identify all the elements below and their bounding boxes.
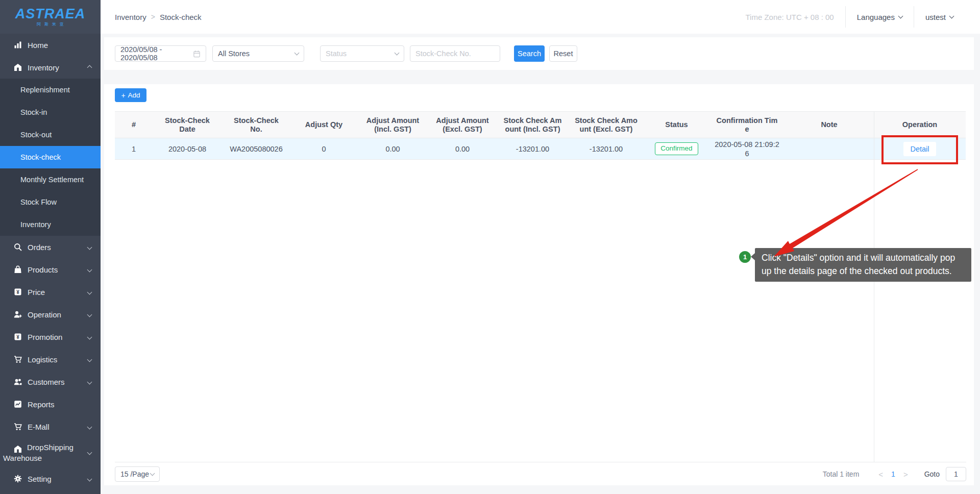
sidebar-item-dropshipping-warehouse[interactable]: DropShipping Warehouse: [0, 438, 101, 467]
sidebar-item-inventory[interactable]: Inventory: [0, 56, 101, 79]
sidebar-item-promotion[interactable]: ¥ Promotion: [0, 326, 101, 348]
sidebar-item-operation[interactable]: Operation: [0, 303, 101, 326]
breadcrumb-parent[interactable]: Inventory: [115, 13, 146, 21]
cell-note: [785, 138, 874, 160]
column-header-stock-amount-incl: Stock Check Amount (Incl. GST): [497, 112, 569, 138]
warehouse-icon: [13, 63, 22, 72]
top-bar: Inventory > Stock-check Time Zone: UTC +…: [101, 0, 980, 34]
sidebar-item-reports[interactable]: Reports: [0, 393, 101, 415]
cell-stock-amount-excl: -13201.00: [569, 138, 644, 160]
logo-text: ASTRAEA: [15, 7, 86, 21]
detail-link[interactable]: Detail: [903, 142, 936, 156]
chevron-up-icon: [87, 65, 92, 70]
person-add-icon: [13, 310, 22, 319]
sidebar-item-customers[interactable]: Customers: [0, 370, 101, 393]
column-header-status: Status: [644, 112, 709, 138]
people-icon: [13, 378, 22, 386]
chevron-down-icon: [295, 51, 300, 56]
warehouse-icon: [13, 444, 22, 453]
annotation-tooltip: Click "Details" option and it will autom…: [755, 248, 971, 282]
store-select[interactable]: All Stores: [212, 45, 304, 62]
chevron-down-icon: [87, 379, 92, 384]
sidebar-subitem-stock-out[interactable]: Stock-out: [0, 124, 101, 146]
column-header-no: Stock-Check No.: [222, 112, 290, 138]
search-button[interactable]: Search: [514, 45, 545, 62]
stock-check-no-input[interactable]: [415, 50, 495, 58]
column-header-note: Note: [785, 112, 874, 138]
reset-button[interactable]: Reset: [549, 45, 577, 62]
date-range-input[interactable]: 2020/05/08 - 2020/05/08: [115, 45, 206, 62]
total-items-label: Total 1 item: [823, 470, 860, 478]
sidebar-item-price[interactable]: ¥ Price: [0, 281, 101, 303]
status-badge: Confirmed: [655, 142, 698, 155]
goto-page-input[interactable]: [946, 467, 966, 481]
chevron-down-icon: [87, 312, 92, 317]
sidebar-subitem-replenishment[interactable]: Replenishment: [0, 79, 101, 101]
sidebar-subitem-stock-flow[interactable]: Stock Flow: [0, 191, 101, 213]
chevron-down-icon: [87, 267, 92, 272]
svg-text:¥: ¥: [16, 334, 19, 340]
cart-icon: [13, 423, 22, 431]
cart-icon: [13, 355, 22, 364]
sidebar-item-label: Inventory: [28, 63, 59, 72]
user-dropdown[interactable]: ustest: [914, 13, 965, 21]
calendar-icon: [193, 50, 201, 58]
cell-adjust-qty: 0: [290, 138, 357, 160]
column-header-adjust-qty: Adjust Qty: [290, 112, 357, 138]
sidebar: ASTRAEA 阿斯米亚 Home Inventory Replenishmen…: [0, 0, 101, 494]
sidebar-item-e-mall[interactable]: E-Mall: [0, 415, 101, 438]
sidebar-item-label: E-Mall: [28, 423, 50, 431]
sidebar-item-home[interactable]: Home: [0, 34, 101, 56]
plus-icon: +: [121, 92, 125, 99]
cell-operation: Detail: [874, 138, 966, 160]
chevron-down-icon: [87, 289, 92, 294]
sidebar-item-products[interactable]: Products: [0, 258, 101, 281]
sidebar-subitem-stock-check[interactable]: Stock-check: [0, 146, 101, 168]
promo-tag-icon: ¥: [13, 333, 22, 341]
breadcrumb-separator: >: [151, 13, 155, 21]
chevron-right-icon[interactable]: >: [898, 470, 913, 479]
sidebar-item-setting[interactable]: Setting: [0, 467, 101, 490]
table-row: 1 2020-05-08 WA2005080026 0 0.00 0.00 -1…: [115, 138, 966, 160]
sidebar-item-label: Operation: [28, 310, 61, 319]
svg-text:¥: ¥: [16, 289, 19, 295]
cell-confirmation-time: 2020-05-08 21:09:26: [709, 138, 785, 160]
chevron-down-icon: [87, 334, 92, 339]
logo-subtext: 阿斯米亚: [33, 21, 67, 27]
column-header-adjust-amount-incl: Adjust Amount (Incl. GST): [357, 112, 428, 138]
stock-check-table: # Stock-Check Date Stock-Check No. Adjus…: [115, 111, 966, 462]
sidebar-item-logistics[interactable]: Logistics: [0, 348, 101, 370]
sidebar-item-label: Promotion: [28, 333, 62, 341]
cell-adjust-amount-incl: 0.00: [357, 138, 428, 160]
cell-no: WA2005080026: [222, 138, 290, 160]
page-size-select[interactable]: 15 /Page: [115, 466, 160, 482]
sidebar-nav: Home Inventory Replenishment Stock-in St…: [0, 34, 101, 490]
cell-adjust-amount-excl: 0.00: [428, 138, 497, 160]
sidebar-subitem-monthly-settlement[interactable]: Monthly Settlement: [0, 168, 101, 191]
page-number-1[interactable]: 1: [888, 470, 898, 478]
operation-column-divider: [874, 111, 874, 462]
add-button[interactable]: + Add: [115, 88, 146, 102]
chevron-left-icon[interactable]: <: [873, 470, 888, 479]
stock-check-panel: + Add # Stock-Check Date Stock-Check No.…: [104, 84, 974, 485]
pagination-controls: Total 1 item < 1 > Goto: [823, 467, 966, 481]
main-area: Inventory > Stock-check Time Zone: UTC +…: [101, 0, 980, 494]
chevron-down-icon: [87, 244, 92, 250]
status-select[interactable]: Status: [320, 45, 404, 62]
sidebar-item-label: Products: [28, 265, 58, 274]
chevron-down-icon: [150, 471, 155, 476]
search-icon: [13, 243, 22, 252]
chevron-down-icon: [898, 14, 903, 19]
report-chart-icon: [13, 400, 22, 409]
app-logo: ASTRAEA 阿斯米亚: [0, 0, 101, 34]
languages-dropdown[interactable]: Languages: [846, 13, 914, 21]
cell-status: Confirmed: [644, 138, 709, 160]
table-header-row: # Stock-Check Date Stock-Check No. Adjus…: [115, 112, 966, 138]
sidebar-subitem-stock-in[interactable]: Stock-in: [0, 101, 101, 124]
chevron-down-icon: [949, 14, 954, 19]
sidebar-item-orders[interactable]: Orders: [0, 236, 101, 258]
sidebar-subitem-inventory[interactable]: Inventory: [0, 213, 101, 236]
chevron-down-icon: [87, 424, 92, 429]
sidebar-item-label: Setting: [28, 475, 52, 483]
annotation-step-badge: 1: [739, 251, 751, 263]
